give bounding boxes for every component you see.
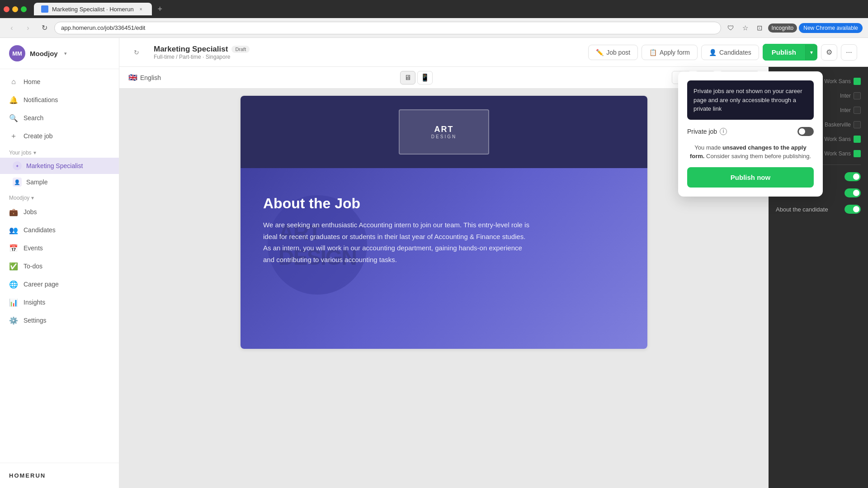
desktop-view-button[interactable]: 🖥 bbox=[400, 71, 415, 84]
sidebar-item-events[interactable]: 📅 Events bbox=[0, 239, 119, 257]
tab-close-button[interactable]: × bbox=[137, 5, 145, 13]
tab-apply-form-label: Apply form bbox=[660, 49, 690, 56]
home-icon: ⌂ bbox=[9, 77, 18, 86]
company-logo: ART DESIGN bbox=[399, 109, 489, 155]
font-label-inter-2: Inter bbox=[840, 107, 851, 113]
color-swatch[interactable] bbox=[854, 121, 861, 128]
minimize-window-button[interactable] bbox=[12, 6, 18, 12]
language-selector[interactable]: 🇬🇧 English bbox=[128, 73, 161, 82]
sample-icon: 👤 bbox=[13, 178, 22, 187]
color-swatch[interactable] bbox=[854, 78, 861, 85]
sidebar-item-career-page[interactable]: 🌐 Career page bbox=[0, 275, 119, 293]
sidebar-item-notifications[interactable]: 🔔 Notifications bbox=[0, 91, 119, 109]
chart-icon: 📊 bbox=[9, 298, 18, 307]
tab-job-post-button[interactable]: ✏️ Job post bbox=[588, 45, 638, 60]
plus-icon: ＋ bbox=[9, 131, 18, 141]
sidebar-item-insights[interactable]: 📊 Insights bbox=[0, 293, 119, 311]
window-controls bbox=[4, 6, 27, 12]
job-item-label: Sample bbox=[26, 178, 47, 186]
new-tab-button[interactable]: + bbox=[154, 3, 166, 15]
device-toggle: 🖥 📱 bbox=[400, 71, 433, 84]
logo-text: ART bbox=[434, 125, 454, 134]
job-title: Marketing Specialist Draft bbox=[154, 45, 250, 54]
sidebar-header: MM Moodjoy ▾ bbox=[0, 38, 119, 69]
sidebar-item-marketing-specialist[interactable]: ✦ Marketing Specialist bbox=[0, 158, 119, 174]
forward-button[interactable]: › bbox=[22, 22, 34, 34]
shield-icon[interactable]: 🛡 bbox=[725, 22, 737, 34]
preview-header: ART DESIGN bbox=[241, 96, 647, 168]
sidebar-item-label: Career page bbox=[24, 281, 59, 288]
sidebar: MM Moodjoy ▾ ⌂ Home 🔔 Notifications 🔍 Se… bbox=[0, 38, 119, 488]
sidebar-item-sample[interactable]: 👤 Sample bbox=[0, 174, 119, 190]
form-icon: 📋 bbox=[649, 49, 657, 56]
header-toggle[interactable] bbox=[844, 172, 861, 181]
preview-body: ARTDESIGN About the Job We are seeking a… bbox=[241, 168, 647, 349]
candidates-icon: 👤 bbox=[709, 49, 717, 56]
sidebar-item-home[interactable]: ⌂ Home bbox=[0, 73, 119, 91]
draft-badge: Draft bbox=[231, 46, 250, 53]
color-swatch[interactable] bbox=[854, 92, 861, 99]
sidebar-item-label: Search bbox=[24, 114, 43, 122]
settings-button[interactable]: ⚙ bbox=[821, 44, 837, 61]
close-window-button[interactable] bbox=[4, 6, 9, 12]
incognito-badge: Incognito bbox=[768, 23, 797, 33]
sidebar-item-label: Create job bbox=[24, 132, 53, 140]
popup-private-row: Private job i bbox=[687, 127, 814, 136]
publish-dropdown-button[interactable]: ▾ bbox=[805, 45, 817, 60]
about-job-title: About the Job bbox=[263, 195, 360, 212]
new-chrome-badge[interactable]: New Chrome available bbox=[799, 23, 863, 33]
flag-icon: 🇬🇧 bbox=[128, 73, 137, 82]
sidebar-item-label: Settings bbox=[24, 317, 47, 324]
top-bar: ↻ Marketing Specialist Draft Full-time /… bbox=[119, 38, 868, 67]
your-jobs-section-label: Your jobs ▾ bbox=[0, 145, 119, 158]
tab-bar: Marketing Specialist · Homerun × + bbox=[30, 3, 864, 15]
color-swatch[interactable] bbox=[854, 107, 861, 114]
active-tab[interactable]: Marketing Specialist · Homerun × bbox=[34, 3, 152, 15]
font-label-work-sans3: Work Sans bbox=[825, 150, 851, 157]
avatar: MM bbox=[9, 45, 25, 61]
split-screen-icon[interactable]: ⊡ bbox=[754, 22, 766, 34]
sidebar-item-label: Events bbox=[24, 244, 43, 252]
job-item-label: Marketing Specialist bbox=[26, 162, 83, 169]
sidebar-item-todos[interactable]: ✅ To-dos bbox=[0, 257, 119, 275]
mobile-view-button[interactable]: 📱 bbox=[417, 71, 433, 84]
about-job-toggle[interactable] bbox=[844, 188, 861, 197]
tab-apply-form-button[interactable]: 📋 Apply form bbox=[642, 45, 698, 60]
publish-now-button[interactable]: Publish now bbox=[687, 167, 814, 188]
back-button[interactable]: ‹ bbox=[5, 22, 18, 34]
about-candidate-toggle[interactable] bbox=[844, 205, 861, 214]
tab-candidates-button[interactable]: 👤 Candidates bbox=[701, 45, 759, 60]
publish-button[interactable]: Publish bbox=[763, 44, 805, 61]
sidebar-item-label: Home bbox=[24, 78, 40, 85]
sidebar-item-create-job[interactable]: ＋ Create job bbox=[0, 127, 119, 145]
refresh-button[interactable]: ↻ bbox=[130, 46, 143, 59]
sidebar-item-label: Candidates bbox=[24, 226, 56, 234]
sidebar-item-search[interactable]: 🔍 Search bbox=[0, 109, 119, 127]
homerun-logo: HOMERUN bbox=[9, 472, 110, 479]
panel-label-about-candidate: About the candidate bbox=[776, 206, 828, 213]
browser-actions: 🛡 ☆ ⊡ Incognito New Chrome available bbox=[725, 22, 863, 34]
info-icon[interactable]: i bbox=[720, 128, 727, 135]
private-job-toggle[interactable] bbox=[797, 127, 814, 136]
sidebar-item-jobs[interactable]: 💼 Jobs bbox=[0, 203, 119, 221]
color-swatch[interactable] bbox=[854, 136, 861, 143]
sidebar-item-settings[interactable]: ⚙️ Settings bbox=[0, 311, 119, 329]
maximize-window-button[interactable] bbox=[21, 6, 27, 12]
chevron-down-icon[interactable]: ▾ bbox=[64, 51, 67, 56]
sidebar-item-candidates[interactable]: 👥 Candidates bbox=[0, 221, 119, 239]
reload-button[interactable]: ↻ bbox=[38, 22, 51, 34]
tab-job-post-label: Job post bbox=[606, 49, 630, 56]
top-bar-actions: ✏️ Job post 📋 Apply form 👤 Candidates Pu… bbox=[588, 44, 857, 61]
bookmark-icon[interactable]: ☆ bbox=[739, 22, 752, 34]
font-label-inter: Inter bbox=[840, 93, 851, 99]
tab-favicon bbox=[41, 5, 48, 13]
sidebar-nav: ⌂ Home 🔔 Notifications 🔍 Search ＋ Create… bbox=[0, 69, 119, 333]
language-label: English bbox=[140, 74, 161, 81]
more-options-button[interactable]: ··· bbox=[841, 44, 857, 61]
address-bar[interactable]: app.homerun.co/job/336451/edit bbox=[54, 22, 721, 34]
job-title-section: Marketing Specialist Draft Full-time / P… bbox=[154, 45, 250, 60]
panel-row-about-candidate-toggle: About the candidate bbox=[769, 201, 868, 217]
color-swatch[interactable] bbox=[854, 150, 861, 157]
job-preview: ART DESIGN ARTDESIGN About the Job We ar… bbox=[119, 89, 769, 488]
preview-area: 🇬🇧 English 🖥 📱 👁 🔗 Save draft bbox=[119, 67, 769, 488]
